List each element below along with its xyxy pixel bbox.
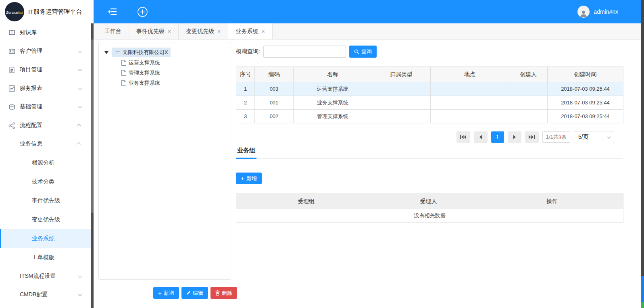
cell-type xyxy=(372,82,431,96)
first-page-button[interactable] xyxy=(456,131,470,143)
tree-root-label: 无限科技有限公司X xyxy=(123,49,168,56)
cell-name: 运营支撑系统 xyxy=(294,82,372,96)
sidebar-item-base-mgmt[interactable]: 基础管理 xyxy=(0,98,91,116)
avatar xyxy=(577,6,590,18)
current-page-button[interactable]: 1 xyxy=(491,131,504,143)
page-info-text: 1/1共 xyxy=(546,133,559,141)
sidebar-item-label: 知识库 xyxy=(20,29,37,36)
table-header-row: 受理组 受理人 操作 xyxy=(236,194,623,209)
cell-code: 003 xyxy=(255,82,294,96)
close-icon[interactable]: × xyxy=(261,29,265,34)
sidebar-item-project-mgmt[interactable]: 项目管理 xyxy=(0,60,91,79)
plus-icon: + xyxy=(241,175,244,181)
sidebar-item-label: 客户管理 xyxy=(20,48,42,55)
user-menu[interactable]: admin#nx xyxy=(577,6,618,18)
tree-node-operation-support[interactable]: 运营支撑系统 xyxy=(99,58,231,68)
menu-fold-icon[interactable] xyxy=(106,5,119,19)
tree-add-button[interactable]: + 新增 xyxy=(153,287,179,299)
sidebar-scrollbar-thumb[interactable] xyxy=(91,40,94,213)
tree-node-label: 管理支撑系统 xyxy=(129,69,160,77)
business-group-table: 受理组 受理人 操作 没有相关数据 xyxy=(236,194,623,223)
tab-business-system[interactable]: 业务系统 × xyxy=(228,23,272,39)
search-row: 模糊查询: 查询 xyxy=(236,46,377,58)
sidebar-item-incident-priority[interactable]: 事件优先级 xyxy=(0,191,91,210)
sidebar-item-business-system[interactable]: 业务系统 xyxy=(0,229,91,248)
fuzzy-search-input[interactable] xyxy=(263,46,346,58)
tree-root-node[interactable]: 无限科技有限公司X xyxy=(99,47,231,58)
button-label: 查询 xyxy=(361,48,372,55)
cell-created: 2018-07-03 09:25:44 xyxy=(548,96,623,110)
last-page-button[interactable] xyxy=(525,131,539,143)
tree-node-business-support[interactable]: 业务支撑系统 xyxy=(99,78,231,88)
tab-workbench[interactable]: 工作台 xyxy=(97,23,129,39)
sidebar-item-ticket-template[interactable]: 工单模版 xyxy=(0,248,91,267)
table-row[interactable]: 1 003 运营支撑系统 2018-07-03 09:25:44 xyxy=(236,82,623,96)
sidebar-item-label: ITSM流程设置 xyxy=(20,273,56,280)
sidebar-item-customer-mgmt[interactable]: 客户管理 xyxy=(0,42,91,60)
sidebar-scrollbar[interactable] xyxy=(91,23,94,308)
col-header: 受理组 xyxy=(236,194,376,209)
cell-created: 2018-07-03 09:25:44 xyxy=(548,82,623,96)
sidebar-item-label: 服务报表 xyxy=(20,85,42,92)
tab-label: 事件优先级 xyxy=(136,28,165,35)
col-header: 创建人 xyxy=(509,67,548,82)
next-page-button[interactable] xyxy=(508,131,521,143)
add-group-button[interactable]: + 新增 xyxy=(236,173,262,184)
table-row[interactable]: 2 001 业务支撑系统 2018-07-03 09:25:44 xyxy=(236,96,623,110)
search-button[interactable]: 查询 xyxy=(349,46,377,58)
share-nodes-icon xyxy=(8,122,15,129)
id-card-icon xyxy=(8,48,15,55)
prev-page-button[interactable] xyxy=(474,131,488,143)
tab-incident-priority[interactable]: 事件优先级 × xyxy=(129,23,179,39)
tree-delete-button[interactable]: 删除 xyxy=(210,287,237,299)
chevron-down-icon xyxy=(78,85,82,90)
tree-node-label: 运营支撑系统 xyxy=(129,59,160,67)
page-scrollbar[interactable] xyxy=(641,0,644,308)
file-icon xyxy=(121,60,126,66)
cell-index: 3 xyxy=(236,110,255,123)
page-scrollbar-end xyxy=(641,302,644,308)
cell-location xyxy=(431,96,509,110)
page: { "app": { "logo_text_1": "Service", "lo… xyxy=(0,0,644,308)
tab-change-priority[interactable]: 变更优先级 × xyxy=(179,23,228,39)
cube-icon xyxy=(8,104,15,110)
sidebar-item-knowledge-base[interactable]: 知识库 xyxy=(0,23,91,42)
col-header: 受理人 xyxy=(376,194,481,209)
logo-area: Servicehot IT服务运营管理平台 xyxy=(0,0,94,23)
sidebar-item-itsm-process[interactable]: ITSM流程设置 xyxy=(0,267,91,285)
sidebar-item-tech-category[interactable]: 技术分类 xyxy=(0,172,91,191)
chart-icon xyxy=(8,85,15,92)
pagination: 1 1/1共3条 5/页 xyxy=(236,131,623,143)
chevron-down-icon xyxy=(78,48,82,53)
sidebar-item-service-report[interactable]: 服务报表 xyxy=(0,79,91,98)
page-info: 1/1共3条 xyxy=(542,131,570,143)
cell-type xyxy=(372,96,431,110)
systems-table: 序号 编码 名称 归属类型 地点 创建人 创建时间 1 003 运营支撑系统 2… xyxy=(236,67,623,123)
close-icon[interactable]: × xyxy=(168,29,171,34)
table-row[interactable]: 3 002 管理支撑系统 2018-07-03 09:25:44 xyxy=(236,110,623,123)
file-icon xyxy=(121,70,126,76)
tree-edit-button[interactable]: 编辑 xyxy=(181,287,208,299)
sidebar-item-change-priority[interactable]: 变更优先级 xyxy=(0,210,91,229)
page-size-select[interactable]: 5/页 xyxy=(574,131,614,143)
caret-down-icon[interactable] xyxy=(104,51,108,54)
sidebar-item-root-cause[interactable]: 根源分析 xyxy=(0,153,91,172)
add-circle-icon[interactable] xyxy=(135,5,149,19)
trash-icon xyxy=(215,290,220,296)
col-header: 序号 xyxy=(236,67,255,82)
sidebar-item-label: 项目管理 xyxy=(20,66,42,73)
cell-creator xyxy=(509,96,548,110)
page-info-text: 条 xyxy=(561,133,567,141)
next-page-icon xyxy=(513,135,516,139)
sidebar-item-cmdb-config[interactable]: CMDB配置 xyxy=(0,285,91,304)
sidebar-item-label: 工单模版 xyxy=(32,254,54,261)
close-icon[interactable]: × xyxy=(217,29,221,34)
sidebar-item-business-info[interactable]: 业务信息 xyxy=(0,135,91,153)
page-info-count: 3 xyxy=(559,134,561,140)
col-header: 名称 xyxy=(294,67,372,82)
sidebar-item-process-config[interactable]: 流程配置 xyxy=(0,116,91,135)
page-scrollbar-thumb[interactable] xyxy=(641,276,644,302)
tree-node-management-support[interactable]: 管理支撑系统 xyxy=(99,68,231,78)
business-group-section-header: 业务组 xyxy=(236,147,623,159)
button-label: 新增 xyxy=(246,175,257,182)
